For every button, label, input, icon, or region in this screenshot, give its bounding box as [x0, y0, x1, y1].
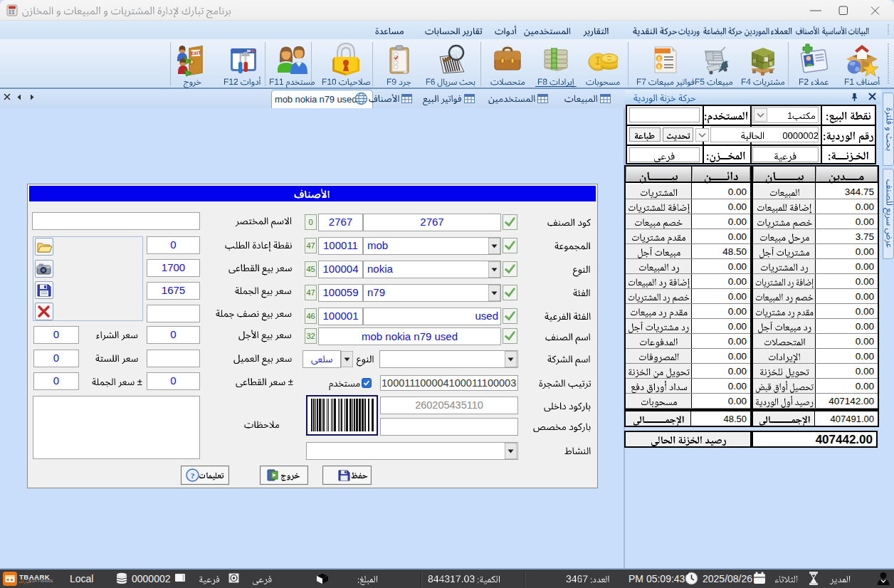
svg-text:$: $: [658, 63, 661, 70]
svg-text:$: $: [658, 56, 661, 62]
svg-text:EXIT: EXIT: [191, 51, 201, 56]
svg-text:?: ?: [191, 471, 195, 480]
